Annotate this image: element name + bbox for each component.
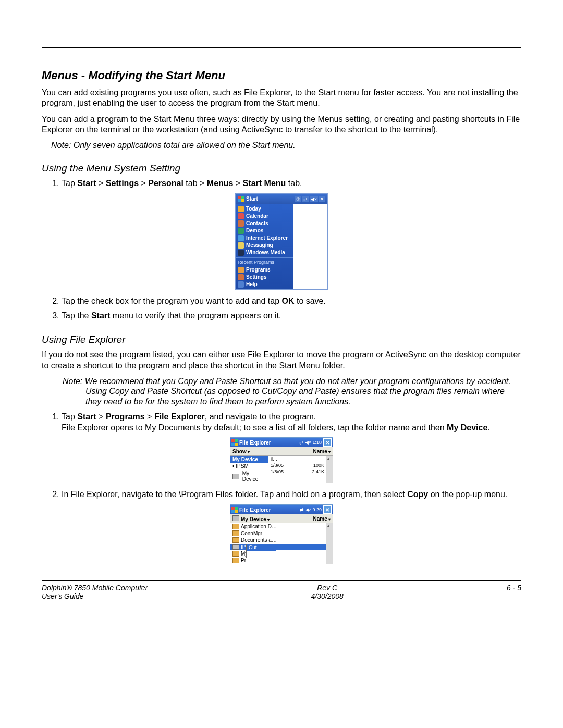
note-text: Note: Only seven applications total are … — [51, 141, 521, 150]
sort-dropdown[interactable]: Name — [313, 516, 331, 522]
list-item: Tap Start > Settings > Personal tab > Me… — [62, 178, 521, 189]
scrollbar[interactable] — [326, 456, 333, 483]
folder-icon — [232, 551, 239, 557]
bold-text: OK — [282, 297, 294, 305]
contacts-icon — [238, 220, 244, 227]
fe-side-panel: My Device • IPSM My Device — [230, 456, 268, 483]
numbered-list: Tap Start > Programs > File Explorer, an… — [42, 412, 521, 434]
bold-text: File Explorer — [154, 412, 205, 421]
bold-text: Start Menu — [243, 179, 286, 188]
close-icon[interactable]: ✕ — [323, 505, 332, 514]
sort-dropdown[interactable]: Name — [313, 449, 331, 454]
context-menu-cut[interactable]: Cut — [247, 544, 276, 551]
windows-logo-icon — [238, 196, 244, 202]
fe-item-application[interactable]: Application D… — [230, 523, 326, 530]
fe-tray: ⇄ ◀× 1:18 — [299, 440, 322, 445]
text: tab > — [183, 179, 207, 188]
date: 1/8/05 — [271, 469, 284, 474]
tray-icon: ◀× — [310, 196, 318, 202]
list-item: Tap Start > Programs > File Explorer, an… — [62, 412, 521, 434]
figure-start-menu: Start ① ⇄ ◀× ✕ Today Calendar Contacts D… — [42, 193, 521, 290]
fe-side-my-device[interactable]: My Device — [230, 456, 268, 463]
file-explorer-screenshot: File Explorer ⇄ ◀× 1:18 ✕ Show Name My D… — [230, 437, 333, 483]
text: on the pop-up menu. — [428, 490, 507, 499]
close-icon[interactable]: ✕ — [323, 438, 332, 447]
list-item: In File Explorer, navigate to the \Progr… — [62, 489, 521, 500]
fe-item-documents[interactable]: Documents a… — [230, 537, 326, 544]
start-menu-item-demos[interactable]: Demos — [236, 227, 293, 235]
product-name: Dolphin® 7850 Mobile Computer — [42, 584, 148, 592]
start-menu-item-programs[interactable]: Programs — [236, 266, 293, 274]
fe-tray: ⇄ ◀ξ 9:29 — [300, 507, 322, 512]
footer-center: Rev C 4/30/2008 — [311, 584, 344, 600]
label: Pr — [241, 558, 246, 563]
start-menu-item-ie[interactable]: Internet Explorer — [236, 235, 293, 242]
context-menu-copy[interactable]: Copy — [247, 551, 276, 558]
figure-file-explorer-2: File Explorer ⇄ ◀ξ 9:29 ✕ My Device Name… — [42, 504, 521, 564]
start-menu-item-today[interactable]: Today — [236, 205, 293, 213]
card-icon — [232, 544, 239, 550]
label: Messaging — [246, 242, 273, 248]
paragraph: If you do not see the program listed, yo… — [42, 350, 521, 371]
numbered-list: In File Explorer, navigate to the \Progr… — [42, 489, 521, 500]
label: Documents a… — [241, 537, 277, 543]
guide-name: User's Guide — [42, 592, 148, 600]
start-menu-item-calendar[interactable]: Calendar — [236, 213, 293, 220]
fe-item-pr[interactable]: Pr — [230, 557, 326, 564]
help-icon — [238, 281, 244, 288]
start-menu-section: Recent Programs — [236, 257, 293, 266]
calendar-icon — [238, 213, 244, 219]
fe-toolbar: My Device Name — [230, 514, 333, 523]
fe-side-ipsm[interactable]: • IPSM — [230, 463, 268, 470]
label: Programs — [246, 267, 271, 273]
fe-item-ip-selected[interactable]: IP Cut Copy ↖ — [230, 544, 326, 550]
date: 4/30/2008 — [311, 592, 344, 600]
tray-icon: ① — [295, 196, 301, 202]
show-dropdown[interactable]: Show — [232, 449, 250, 454]
footer-left: Dolphin® 7850 Mobile Computer User's Gui… — [42, 584, 148, 600]
settings-icon — [238, 274, 244, 280]
label: My Device — [242, 471, 266, 482]
programs-icon — [238, 267, 244, 273]
today-icon — [238, 206, 244, 212]
heading-sub: Using File Explorer — [42, 334, 521, 346]
text: Tap the check box for the program you wa… — [62, 297, 282, 305]
note-text: Note: We recommend that you Copy and Pas… — [63, 376, 521, 406]
text: il… — [271, 456, 277, 462]
fe-main-panel: il… 1/8/05100K 1/8/052.41K — [268, 456, 326, 483]
bold-text: Start — [91, 311, 110, 320]
fe-item-my[interactable]: My — [230, 550, 326, 557]
text: In File Explorer, navigate to the \Progr… — [62, 490, 407, 499]
windows-logo-icon — [231, 507, 238, 513]
bold-text: My Device — [447, 423, 487, 432]
bold-text: Programs — [106, 412, 145, 421]
paragraph: You can add a program to the Start Menu … — [42, 114, 521, 135]
fe-item-connmgr[interactable]: ConnMgr — [230, 530, 326, 537]
start-menu-item-contacts[interactable]: Contacts — [236, 220, 293, 227]
numbered-list: Tap the check box for the program you wa… — [42, 296, 521, 322]
page-footer: Dolphin® 7850 Mobile Computer User's Gui… — [42, 581, 521, 600]
fe-toolbar: Show Name — [230, 447, 333, 456]
bold-text: Start — [77, 179, 96, 188]
label: IP — [241, 544, 246, 550]
size: 2.41K — [312, 469, 324, 474]
start-menu-screenshot: Start ① ⇄ ◀× ✕ Today Calendar Contacts D… — [235, 193, 328, 290]
fe-side-my-device-2[interactable]: My Device — [230, 470, 268, 483]
start-menu-item-help[interactable]: Help — [236, 281, 293, 288]
list-item: Tap the Start menu to verify that the pr… — [62, 311, 521, 322]
paragraph: You can add existing programs you use of… — [42, 88, 521, 109]
start-menu-item-settings[interactable]: Settings — [236, 274, 293, 281]
text: > — [233, 179, 242, 188]
start-menu-body: Today Calendar Contacts Demos Internet E… — [236, 204, 293, 289]
text: File Explorer opens to My Documents by d… — [62, 423, 447, 432]
start-menu-item-messaging[interactable]: Messaging — [236, 242, 293, 249]
start-menu-item-media[interactable]: Windows Media — [236, 249, 293, 256]
start-menu-tray: ① ⇄ ◀× ✕ — [295, 196, 325, 202]
label: Contacts — [246, 220, 268, 226]
figure-file-explorer-1: File Explorer ⇄ ◀× 1:18 ✕ Show Name My D… — [42, 437, 521, 483]
folder-icon — [232, 537, 239, 543]
path-dropdown[interactable]: My Device — [232, 515, 270, 522]
text: tab. — [286, 179, 302, 188]
scrollbar[interactable] — [326, 523, 333, 564]
fe-title: File Explorer — [239, 507, 298, 513]
